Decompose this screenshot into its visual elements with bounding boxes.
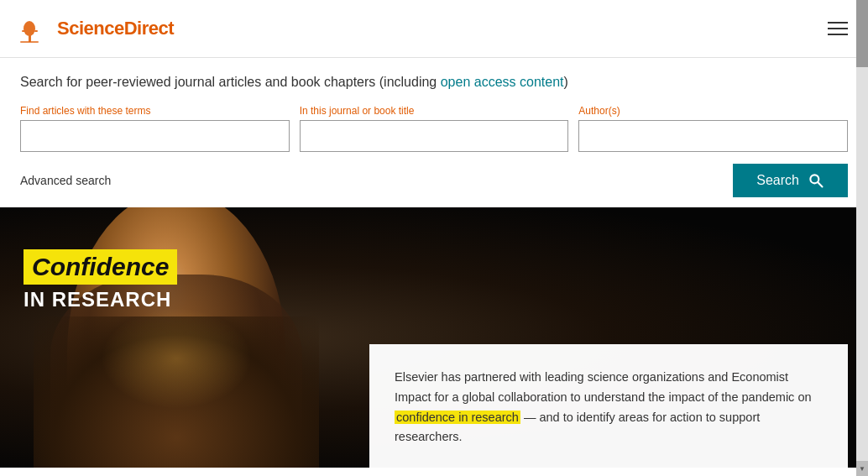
- confidence-text: Confidence: [32, 253, 169, 280]
- svg-line-7: [818, 182, 822, 186]
- info-highlight: confidence in research: [395, 411, 520, 424]
- svg-rect-5: [20, 41, 39, 43]
- in-research-text: IN RESEARCH: [24, 288, 177, 311]
- hero-text-area: Confidence IN RESEARCH: [24, 249, 177, 311]
- logo-text: ScienceDirect: [57, 18, 174, 39]
- headline-text-start: Search for peer-reviewed journal article…: [20, 75, 441, 89]
- scrollbar-arrow-down[interactable]: ▼: [856, 461, 868, 476]
- hamburger-line-3: [828, 34, 848, 35]
- svg-rect-4: [34, 30, 38, 32]
- confidence-badge: Confidence: [24, 249, 177, 285]
- field-group-author: Author(s): [578, 105, 848, 152]
- svg-rect-3: [22, 30, 25, 32]
- search-controls: Advanced search Search: [20, 164, 848, 197]
- menu-button[interactable]: [824, 18, 851, 39]
- advanced-search-link[interactable]: Advanced search: [20, 174, 111, 187]
- search-button-label: Search: [756, 173, 799, 188]
- hamburger-line-1: [828, 22, 848, 24]
- field1-label: Find articles with these terms: [20, 105, 290, 117]
- articles-input[interactable]: [20, 120, 290, 152]
- field2-label: In this journal or book title: [300, 105, 569, 117]
- elsevier-logo-icon: [13, 10, 50, 47]
- svg-point-2: [24, 21, 35, 36]
- search-headline: Search for peer-reviewed journal article…: [20, 73, 848, 92]
- search-icon: [808, 172, 824, 189]
- hamburger-line-2: [828, 28, 848, 29]
- field3-label: Author(s): [578, 105, 848, 117]
- field-group-journal: In this journal or book title: [300, 105, 569, 152]
- search-section: Search for peer-reviewed journal article…: [0, 58, 868, 207]
- journal-input[interactable]: [300, 120, 569, 152]
- author-input[interactable]: [578, 120, 848, 152]
- logo-area: ScienceDirect: [13, 10, 174, 47]
- scrollbar[interactable]: ▼: [856, 0, 868, 476]
- header: ScienceDirect: [0, 0, 868, 58]
- scrollbar-thumb[interactable]: [856, 0, 868, 67]
- headline-text-end: ): [563, 75, 567, 89]
- info-text-before: Elsevier has partnered with leading scie…: [395, 370, 812, 404]
- info-card: Elsevier has partnered with leading scie…: [369, 344, 848, 468]
- field-group-articles: Find articles with these terms: [20, 105, 290, 152]
- hero-section: Confidence IN RESEARCH Elsevier has part…: [0, 207, 868, 468]
- info-card-paragraph: Elsevier has partnered with leading scie…: [395, 368, 823, 448]
- search-button[interactable]: Search: [733, 164, 848, 197]
- search-fields: Find articles with these terms In this j…: [20, 105, 848, 152]
- open-access-link[interactable]: open access content: [441, 75, 564, 89]
- hero-image: [0, 207, 353, 468]
